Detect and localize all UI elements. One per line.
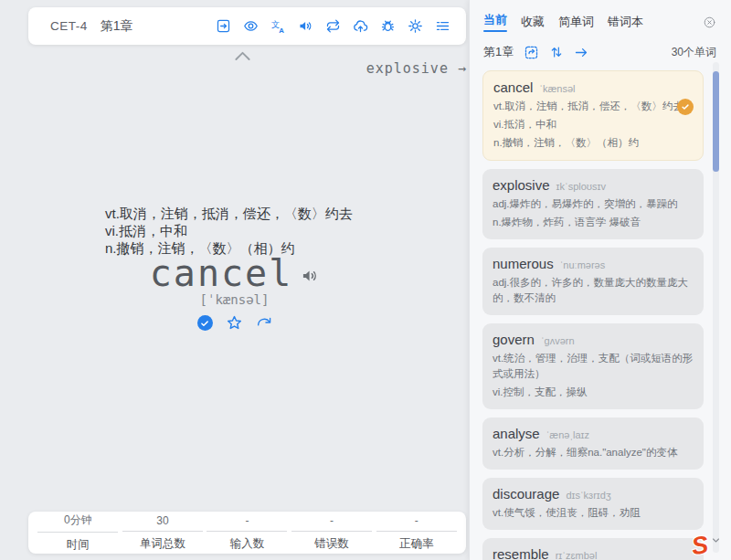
card-word: cancel xyxy=(493,79,533,95)
card-phonetic: ˈɡʌvərn xyxy=(541,335,575,346)
card-word: explosive xyxy=(493,177,550,193)
word-count-label: 30个单词 xyxy=(672,45,716,60)
sidebar-tabs: 当前收藏简单词错词本 xyxy=(470,0,731,37)
card-definition: vt.取消，注销，抵消，偿还，〈数〉约去 xyxy=(493,99,693,114)
main-area: CET-4 第1章 文 A xyxy=(0,0,469,560)
card-definition: adj.爆炸的，易爆炸的，突增的，暴躁的 xyxy=(493,196,694,212)
bug-icon[interactable] xyxy=(380,18,396,34)
card-word-row: governˈɡʌvərn xyxy=(493,332,694,348)
word-actions xyxy=(0,314,469,332)
card-word: govern xyxy=(493,332,535,347)
tab-wrong-words[interactable]: 错词本 xyxy=(608,14,643,30)
stat-value: - xyxy=(376,514,457,532)
translate-icon[interactable]: 文 A xyxy=(270,18,286,34)
card-definition: adj.很多的，许多的，数量庞大的数量庞大的，数不清的 xyxy=(493,275,694,306)
stat-value: 30 xyxy=(122,514,203,532)
shuffle-icon[interactable] xyxy=(524,45,539,60)
tab-favorites[interactable]: 收藏 xyxy=(521,14,545,30)
card-definition: vi.抵消，中和 xyxy=(493,117,693,132)
card-word-row: discouragedɪsˈkɜrɪdʒ xyxy=(493,486,694,502)
card-definition: n.爆炸物，炸药，语言学 爆破音 xyxy=(493,215,694,230)
card-phonetic: ɪkˈsploʊsɪv xyxy=(556,181,606,192)
scrollbar-track[interactable] xyxy=(713,62,719,553)
card-definition: vi.控制，支配，操纵 xyxy=(493,385,694,400)
current-word: cancel xyxy=(150,252,293,294)
card-definition: vt.分析，分解，细察na."analyze"的变体 xyxy=(493,445,694,460)
mark-known-button[interactable] xyxy=(197,315,213,331)
card-phonetic: ˈnuːmərəs xyxy=(560,259,606,270)
menu-lines-icon[interactable] xyxy=(435,18,450,34)
redo-icon[interactable] xyxy=(256,315,272,332)
card-word: analyse xyxy=(493,426,540,441)
tab-easy-words[interactable]: 简单词 xyxy=(558,14,594,30)
settings-gear-icon[interactable] xyxy=(408,18,423,34)
stat-label: 单词总数 xyxy=(122,532,203,552)
stat-label: 正确率 xyxy=(376,532,457,552)
word-card-discourage[interactable]: discouragedɪsˈkɜrɪdʒvt.使气馁，使沮丧，阻碍，劝阻 xyxy=(482,478,704,530)
word-card-resemble[interactable]: resemblerɪˈzɛmbəlvt.与...相像，类似于 xyxy=(482,538,704,560)
favorite-star-icon[interactable] xyxy=(226,314,243,332)
current-word-row: cancel xyxy=(0,252,469,294)
check-icon xyxy=(200,319,209,328)
sort-icon[interactable] xyxy=(549,45,564,59)
sidebar: 当前收藏简单词错词本 第1章 30个单词 cancelˈkænsəlvt.取消，… xyxy=(469,0,731,560)
card-phonetic: dɪsˈkɜrɪdʒ xyxy=(566,490,610,501)
pronounce-speaker-icon[interactable] xyxy=(301,267,319,285)
stat-label: 输入数 xyxy=(207,532,287,552)
card-word-row: analyseˈænəˌlaɪz xyxy=(493,426,694,442)
close-icon[interactable] xyxy=(703,16,716,29)
stat-value: - xyxy=(291,514,372,532)
card-definition: vt.统治，管理，治理，支配（词或短语的形式或用法） xyxy=(493,351,694,382)
topbar: CET-4 第1章 文 A xyxy=(28,7,466,45)
word-card-govern[interactable]: governˈɡʌvərnvt.统治，管理，治理，支配（词或短语的形式或用法）v… xyxy=(482,323,704,409)
scrollbar-thumb[interactable] xyxy=(713,71,719,172)
tab-current[interactable]: 当前 xyxy=(483,12,507,32)
peek-arrow-icon: → xyxy=(458,60,467,77)
next-chapter-arrow-icon[interactable] xyxy=(574,45,589,60)
card-definition: vt.使气馁，使沮丧，阻碍，劝阻 xyxy=(493,505,694,521)
word-definitions: vt.取消，注销，抵消，偿还，〈数〉约去 vi.抵消，中和 n.撤销，注销，〈数… xyxy=(105,205,353,257)
card-word-row: numerousˈnuːmərəs xyxy=(493,256,694,272)
card-word-row: explosiveɪkˈsploʊsɪv xyxy=(493,177,694,194)
repeat-icon[interactable] xyxy=(325,18,341,34)
exit-icon[interactable] xyxy=(216,18,231,34)
topbar-icons: 文 A xyxy=(216,18,450,34)
stat-value: 0分钟 xyxy=(37,512,118,533)
stats-bar: 0分钟时间30单词总数-输入数-错误数-正确率 xyxy=(28,512,466,554)
word-card-list: cancelˈkænsəlvt.取消，注销，抵消，偿还，〈数〉约去vi.抵消，中… xyxy=(470,69,731,560)
card-phonetic: ˈkænsəl xyxy=(539,83,575,94)
card-phonetic: rɪˈzɛmbəl xyxy=(556,550,598,560)
word-card-analyse[interactable]: analyseˈænəˌlaɪzvt.分析，分解，细察na."analyze"的… xyxy=(482,417,704,470)
stat-value: - xyxy=(207,514,287,532)
card-phonetic: ˈænəˌlaɪz xyxy=(546,429,589,440)
phonetic-label: [ˈkænsəl] xyxy=(0,292,469,307)
cloud-upload-icon[interactable] xyxy=(353,18,368,34)
stat-错误数: -错误数 xyxy=(291,514,372,552)
chapter-label: 第1章 xyxy=(101,18,133,35)
course-label: CET-4 xyxy=(50,19,88,33)
card-word: resemble xyxy=(493,546,549,560)
eye-icon[interactable] xyxy=(243,18,259,34)
word-card-explosive[interactable]: explosiveɪkˈsploʊsɪvadj.爆炸的，易爆炸的，突增的，暴躁的… xyxy=(482,169,704,239)
word-card-cancel[interactable]: cancelˈkænsəlvt.取消，注销，抵消，偿还，〈数〉约去vi.抵消，中… xyxy=(482,70,704,161)
stat-label: 错误数 xyxy=(291,532,372,552)
scroll-down-chevron-icon[interactable] xyxy=(712,537,720,544)
stat-label: 时间 xyxy=(37,533,118,553)
next-word-peek[interactable]: explosive → xyxy=(0,60,467,77)
definition-line: vt.取消，注销，抵消，偿还，〈数〉约去 xyxy=(105,205,353,222)
word-cards: cancelˈkænsəlvt.取消，注销，抵消，偿还，〈数〉约去vi.抵消，中… xyxy=(482,70,704,560)
stat-时间: 0分钟时间 xyxy=(37,512,118,553)
card-definition: n.撤销，注销，〈数〉（相）约 xyxy=(493,135,693,151)
card-word: discourage xyxy=(493,486,559,502)
learned-check-badge-icon xyxy=(677,99,694,115)
app-root: CET-4 第1章 文 A xyxy=(0,0,731,560)
stat-单词总数: 30单词总数 xyxy=(122,514,203,552)
definition-line: vi.抵消，中和 xyxy=(105,222,353,239)
speaker-icon[interactable] xyxy=(298,18,313,34)
svg-text:A: A xyxy=(279,26,284,34)
word-card-numerous[interactable]: numerousˈnuːmərəsadj.很多的，许多的，数量庞大的数量庞大的，… xyxy=(482,248,704,315)
peek-word: explosive xyxy=(366,60,449,77)
stat-正确率: -正确率 xyxy=(376,514,457,552)
card-word-row: cancelˈkænsəl xyxy=(493,79,693,96)
stat-输入数: -输入数 xyxy=(207,514,287,552)
